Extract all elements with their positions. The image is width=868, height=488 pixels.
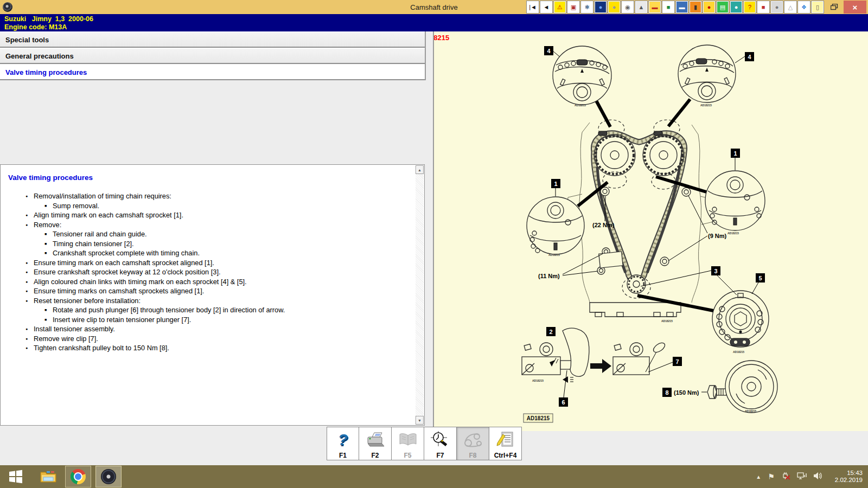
svg-text:AD18215: AD18215 bbox=[548, 253, 560, 256]
bullet-marker bbox=[25, 325, 34, 335]
bullet-marker bbox=[25, 335, 34, 344]
bullet-marker bbox=[44, 240, 53, 249]
list-item: Sump removal. bbox=[1, 202, 424, 211]
paint-icon[interactable]: ❖ bbox=[797, 1, 810, 14]
start-button[interactable] bbox=[8, 468, 24, 485]
autodata-cd-icon bbox=[101, 469, 116, 484]
print-button[interactable]: F2 bbox=[359, 427, 392, 460]
gauge-icon[interactable]: ● bbox=[703, 1, 716, 14]
detail-cam-left-mark: AD18215 4 bbox=[544, 46, 611, 127]
callout-6: 6 bbox=[559, 370, 568, 407]
section-special-tools[interactable]: Special tools bbox=[0, 31, 425, 48]
arrow-right bbox=[590, 359, 611, 373]
bullet-marker bbox=[25, 344, 34, 354]
network-icon[interactable] bbox=[797, 472, 807, 482]
manual-button[interactable]: F5 bbox=[392, 427, 424, 460]
svg-text:AD18215: AD18215 bbox=[575, 104, 586, 107]
torque-11nm: (11 Nm) bbox=[538, 273, 560, 279]
seat-icon[interactable]: ■ bbox=[757, 1, 770, 14]
list-item: Tighten crankshaft pulley bolt to 150 Nm… bbox=[1, 344, 424, 354]
taskbar-item-explorer[interactable] bbox=[36, 466, 61, 487]
crankshaft-sprocket bbox=[622, 275, 650, 298]
belt-diagram-button[interactable]: F8 bbox=[457, 427, 489, 460]
go-first-icon[interactable]: |◄ bbox=[526, 1, 539, 14]
monitor-icon[interactable]: ▣ bbox=[567, 1, 580, 14]
windows-logo-icon bbox=[9, 470, 23, 484]
svg-text:AD18215: AD18215 bbox=[532, 379, 544, 382]
power-plug-icon[interactable] bbox=[781, 472, 790, 482]
mirror-icon[interactable]: ● bbox=[770, 1, 783, 14]
mouse-icon[interactable]: ● bbox=[608, 1, 621, 14]
list-item: Align timing mark on each camshaft sproc… bbox=[1, 211, 424, 221]
truck-icon[interactable]: ▬ bbox=[675, 1, 688, 14]
bullet-marker bbox=[25, 221, 34, 230]
go-back-icon[interactable]: ◄ bbox=[540, 1, 553, 14]
svg-text:AD18215: AD18215 bbox=[527, 415, 550, 421]
volume-icon[interactable] bbox=[813, 472, 823, 482]
svg-text:AD18215: AD18215 bbox=[733, 350, 744, 354]
taskbar-item-autodata[interactable] bbox=[95, 466, 122, 487]
globe-icon[interactable]: ● bbox=[594, 1, 607, 14]
bullet-marker bbox=[44, 249, 53, 259]
bullet-marker bbox=[25, 259, 34, 268]
help-button[interactable]: ? F1 bbox=[327, 427, 359, 460]
inspect-button[interactable]: F7 bbox=[424, 427, 457, 460]
torque-150nm: (150 Nm) bbox=[674, 389, 699, 396]
taskbar-clock[interactable]: 15:43 2.02.2019 bbox=[829, 470, 863, 484]
svg-text:1: 1 bbox=[554, 181, 557, 187]
wheel-icon[interactable]: ◉ bbox=[621, 1, 634, 14]
procedure-panel: Valve timing procedures Removal/installa… bbox=[0, 164, 425, 426]
bullet-marker bbox=[25, 287, 34, 297]
procedure-list: Removal/installation of timing chain req… bbox=[1, 192, 424, 354]
clock-icon[interactable]: ● bbox=[730, 1, 743, 14]
lift-icon[interactable]: ■ bbox=[662, 1, 675, 14]
timing-chain-diagram: 18215 AD18215 bbox=[434, 31, 868, 431]
close-button[interactable]: × bbox=[844, 1, 866, 14]
restore-button[interactable] bbox=[827, 1, 842, 13]
lever-icon[interactable]: ▲ bbox=[635, 1, 648, 14]
action-center-flag-icon[interactable]: ⚑ bbox=[768, 472, 775, 481]
list-item: Crankshaft sprocket complete with timing… bbox=[1, 249, 424, 259]
taskbar-item-chrome[interactable] bbox=[65, 466, 91, 487]
detail-tensioner-reset: AD18215 2 6 bbox=[522, 327, 589, 407]
callout-5: 5 bbox=[752, 273, 765, 294]
wrench-icon[interactable]: ✱ bbox=[580, 1, 593, 14]
printer-icon[interactable]: ▤ bbox=[716, 1, 729, 14]
section-valve-timing-procedures[interactable]: Valve timing procedures bbox=[0, 64, 425, 80]
edit-document-icon bbox=[496, 431, 515, 448]
detail-tensioner-clip: 7 bbox=[613, 341, 682, 375]
svg-text:AD18215: AD18215 bbox=[745, 409, 756, 413]
spray-gun-icon[interactable]: ▮ bbox=[689, 1, 702, 14]
list-item: Timing chain tensioner [2]. bbox=[1, 240, 424, 249]
function-bar: ? F1 F2 F5 bbox=[327, 427, 522, 460]
svg-text:1: 1 bbox=[733, 150, 737, 157]
svg-text:AD18215: AD18215 bbox=[727, 232, 739, 235]
detail-pulley-bolt: 8 (150 Nm) AD18215 bbox=[662, 361, 777, 413]
scroll-down-button[interactable]: ▼ bbox=[416, 416, 424, 425]
book-icon bbox=[398, 432, 418, 447]
svg-text:6: 6 bbox=[561, 399, 565, 406]
bullet-marker bbox=[44, 230, 53, 240]
warning-icon[interactable]: ⚠ bbox=[553, 1, 566, 14]
printer-icon bbox=[366, 432, 385, 448]
svg-text:8: 8 bbox=[665, 389, 668, 396]
edit-note-button[interactable]: Ctrl+F4 bbox=[489, 427, 522, 460]
list-item: Ensure timing mark on each camshaft spro… bbox=[1, 259, 424, 268]
system-tray: ▲ ⚑ bbox=[756, 470, 868, 484]
section-general-precautions[interactable]: General precautions bbox=[0, 48, 425, 64]
callout-4: 4 bbox=[544, 46, 559, 56]
svg-text:3: 3 bbox=[714, 268, 717, 274]
help-car-icon[interactable]: ? bbox=[743, 1, 756, 14]
ramp-icon[interactable]: ▬ bbox=[648, 1, 661, 14]
callout-7: 7 bbox=[648, 357, 682, 372]
tray-expander[interactable]: ▲ bbox=[756, 474, 761, 480]
vehicle-header: Suzuki Jimny 1,3 2000-06 Engine code: M1… bbox=[0, 14, 868, 31]
scroll-up-button[interactable]: ▲ bbox=[416, 165, 424, 174]
callout-2: 2 bbox=[546, 327, 556, 336]
callout-8: 8 bbox=[662, 388, 672, 397]
list-item: Install tensioner assembly. bbox=[1, 325, 424, 335]
switch-icon[interactable]: ▯ bbox=[811, 1, 824, 14]
jack-icon[interactable]: △ bbox=[784, 1, 797, 14]
scrollbar[interactable]: ▲ ▼ bbox=[416, 165, 424, 425]
question-icon: ? bbox=[338, 431, 348, 449]
